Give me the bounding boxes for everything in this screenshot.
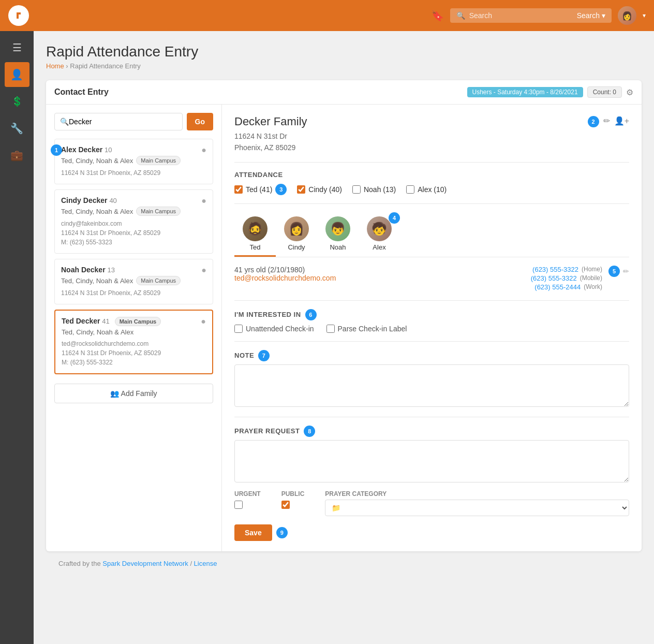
avatar[interactable]: 👩	[618, 6, 636, 25]
spark-link[interactable]: Spark Development Network	[102, 560, 188, 567]
note-textarea[interactable]	[234, 364, 629, 407]
search-input[interactable]	[469, 11, 573, 20]
step-badge-9: 9	[276, 527, 288, 538]
attendance-check-ted: Ted (41) 3	[234, 184, 287, 195]
prayer-public: Public	[281, 490, 305, 509]
tab-avatar-noah: 👦	[325, 216, 350, 241]
step-badge-3: 3	[275, 184, 287, 195]
edit-person-icon[interactable]: ✏	[623, 267, 629, 275]
urgent-checkbox[interactable]	[234, 501, 243, 509]
go-button[interactable]: Go	[187, 113, 213, 130]
sidebar-item-person[interactable]: 👤	[5, 62, 29, 87]
step-badge-7: 7	[258, 350, 270, 361]
search-input[interactable]	[69, 113, 177, 130]
person-name-ted: Ted Decker 41 Main Campus	[62, 317, 161, 326]
dot-menu-noah[interactable]: ●	[201, 266, 206, 275]
step-badge-1: 1	[51, 144, 62, 156]
dot-menu-ted[interactable]: ●	[201, 317, 206, 326]
interested-label: I'm interested in 6	[234, 309, 629, 320]
person-name-cindy: Cindy Decker 40	[61, 196, 117, 204]
prayer-category: Prayer Category 📁	[325, 490, 629, 516]
phone-home[interactable]: (623) 555-3322	[532, 266, 578, 273]
person-address: 11624 N 31st Dr Phoenix, AZ 85029	[61, 168, 201, 178]
attendance-checkbox-cindy[interactable]	[297, 185, 305, 194]
search-icon: 🔍	[456, 11, 465, 20]
gear-icon[interactable]: ⚙	[626, 87, 633, 97]
license-link[interactable]: License	[194, 560, 217, 567]
main-content: Rapid Attendance Entry Home › Rapid Atte…	[34, 31, 654, 644]
attendance-check-noah: Noah (13)	[352, 185, 396, 194]
avatar-chevron[interactable]: ▾	[643, 12, 646, 19]
phone-mobile[interactable]: (623) 555-3322	[531, 274, 577, 282]
person-detail: 41 yrs old (2/10/1980) ted@rocksolidchur…	[234, 257, 629, 541]
tab-cindy[interactable]: 👩 Cindy	[276, 212, 317, 257]
app-logo[interactable]	[8, 5, 29, 26]
attendance-check-alex: Alex (10)	[406, 185, 447, 194]
tab-label-ted: Ted	[250, 243, 261, 251]
attendance-checkbox-ted[interactable]	[234, 185, 243, 194]
family-address: 11624 N 31st Dr Phoenix, AZ 85029	[234, 130, 629, 154]
prayer-category-select[interactable]: 📁	[325, 500, 629, 516]
person-name-alex: Alex Decker 10	[61, 145, 112, 154]
person-card-ted[interactable]: Ted Decker 41 Main Campus Ted, Cindy, No…	[54, 310, 213, 374]
tools-icon: 🔧	[10, 122, 23, 135]
sidebar-item-admin[interactable]: 💼	[5, 143, 29, 168]
checkbox-unattended[interactable]	[234, 325, 243, 333]
admin-icon: 💼	[10, 149, 23, 162]
breadcrumb-home[interactable]: Home	[46, 62, 64, 70]
checkbox-parse[interactable]	[326, 325, 335, 333]
sidebar-item-tools[interactable]: 🔧	[5, 116, 29, 141]
footer: Crafted by the Spark Development Network…	[46, 551, 642, 576]
step-badge-4: 4	[389, 212, 400, 224]
person-icon: 👤	[10, 68, 23, 81]
left-panel: 🔍 Go 1 Alex Decker 10	[46, 105, 222, 551]
tab-ted[interactable]: 🧔 Ted	[234, 212, 276, 257]
attendance-label: Attendance	[234, 171, 629, 179]
interested-checks: Unattended Check-in Parse Check-in Label	[234, 325, 629, 333]
person-add-button[interactable]: 👤+	[614, 116, 629, 127]
campus-badge-cindy: Main Campus	[136, 207, 181, 216]
breadcrumb-current: Rapid Attendance Entry	[70, 62, 141, 70]
attendance-checkbox-noah[interactable]	[352, 185, 361, 194]
public-checkbox[interactable]	[281, 501, 290, 509]
person-card-noah[interactable]: Noah Decker 13 Ted, Cindy, Noah & Alex M…	[54, 259, 213, 304]
search-input-wrap: 🔍	[54, 113, 183, 130]
person-email[interactable]: ted@rocksolidchurchdemo.com	[234, 274, 336, 282]
note-label: Note 7	[234, 350, 629, 361]
edit-family-button[interactable]: ✏	[603, 116, 610, 127]
person-card-alex[interactable]: 1 Alex Decker 10 Ted, Cindy, Noah & Alex…	[54, 139, 213, 184]
avatar-image: 👩	[618, 6, 636, 25]
person-age: 41 yrs old (2/10/1980)	[234, 266, 336, 274]
tab-label-cindy: Cindy	[288, 243, 305, 251]
sidebar-item-menu[interactable]: ☰	[5, 35, 29, 60]
search-dropdown[interactable]: Search ▾	[577, 11, 605, 20]
save-button[interactable]: Save	[234, 524, 272, 541]
person-card-cindy[interactable]: Cindy Decker 40 Ted, Cindy, Noah & Alex …	[54, 189, 213, 254]
person-name-noah: Noah Decker 13	[61, 266, 115, 274]
tab-alex[interactable]: 🧒 Alex 4	[359, 212, 400, 257]
bookmark-icon[interactable]: 🔖	[431, 9, 444, 22]
tab-avatar-ted: 🧔	[243, 216, 267, 241]
search-bar[interactable]: 🔍 Search ▾	[450, 8, 612, 23]
dot-menu-alex[interactable]: ●	[201, 145, 206, 155]
campus-badge-noah: Main Campus	[136, 276, 181, 285]
check-parse[interactable]: Parse Check-in Label	[326, 325, 407, 333]
prayer-urgent: Urgent	[234, 490, 261, 509]
save-row: Save 9	[234, 524, 629, 541]
phone-work[interactable]: (623) 555-2444	[534, 283, 581, 291]
finance-icon: 💲	[11, 96, 23, 107]
attendance-checkbox-alex[interactable]	[406, 185, 414, 194]
prayer-textarea[interactable]	[234, 440, 629, 482]
attendance-checks: Ted (41) 3 Cindy (40) Noah (13)	[234, 184, 629, 195]
tab-noah[interactable]: 👦 Noah	[317, 212, 359, 257]
tab-avatar-cindy: 👩	[284, 216, 309, 241]
search-icon: 🔍	[60, 118, 69, 126]
add-family-button[interactable]: 👥 Add Family	[54, 384, 213, 403]
tab-avatar-alex: 🧒	[367, 216, 392, 241]
sidebar-item-finance[interactable]: 💲	[5, 89, 29, 114]
check-unattended[interactable]: Unattended Check-in	[234, 325, 314, 333]
tab-label-alex: Alex	[373, 243, 385, 251]
contact-entry-card: Contact Entry Ushers - Saturday 4:30pm -…	[46, 80, 642, 551]
prayer-label: Prayer Request 8	[234, 426, 629, 437]
dot-menu-cindy[interactable]: ●	[201, 196, 206, 206]
